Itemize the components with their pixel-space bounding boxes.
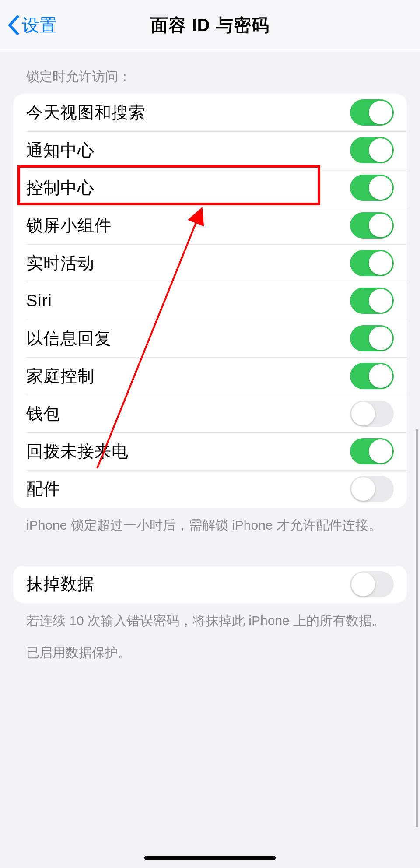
row-today-view[interactable]: 今天视图和搜索 <box>13 94 407 131</box>
switch-erase-data[interactable] <box>350 571 394 597</box>
switch-accessories[interactable] <box>350 476 394 502</box>
row-notification-center[interactable]: 通知中心 <box>13 131 407 169</box>
switch-notification-center[interactable] <box>350 137 394 163</box>
section-header-lock-access: 锁定时允许访问： <box>13 50 407 94</box>
back-label: 设置 <box>22 13 57 37</box>
lock-access-group: 今天视图和搜索 通知中心 控制中心 锁屏小组件 实时活动 Siri 以信息回复 <box>13 94 407 508</box>
section-footer-accessories: iPhone 锁定超过一小时后，需解锁 iPhone 才允许配件连接。 <box>13 508 407 535</box>
section-footer-erase: 若连续 10 次输入错误密码，将抹掉此 iPhone 上的所有数据。 <box>13 603 407 630</box>
row-label: Siri <box>26 292 52 310</box>
chevron-left-icon <box>7 15 20 35</box>
switch-control-center[interactable] <box>350 175 394 201</box>
row-label: 回拨未接来电 <box>26 440 129 463</box>
row-erase-data[interactable]: 抹掉数据 <box>13 566 407 603</box>
row-label: 抹掉数据 <box>26 573 94 595</box>
row-label: 以信息回复 <box>26 327 112 350</box>
page-title: 面容 ID 与密码 <box>150 13 269 37</box>
row-siri[interactable]: Siri <box>13 282 407 320</box>
switch-return-missed[interactable] <box>350 438 394 464</box>
row-return-missed[interactable]: 回拨未接来电 <box>13 432 407 470</box>
switch-today-view[interactable] <box>350 99 394 126</box>
navigation-bar: 设置 面容 ID 与密码 <box>0 0 420 50</box>
row-home-control[interactable]: 家庭控制 <box>13 357 407 395</box>
row-label: 锁屏小组件 <box>26 214 112 237</box>
row-label: 家庭控制 <box>26 365 94 387</box>
switch-live-activities[interactable] <box>350 250 394 276</box>
row-label: 控制中心 <box>26 177 94 199</box>
switch-siri[interactable] <box>350 288 394 314</box>
row-label: 今天视图和搜索 <box>26 102 146 124</box>
row-label: 配件 <box>26 478 60 500</box>
back-button[interactable]: 设置 <box>0 13 57 37</box>
row-reply-message[interactable]: 以信息回复 <box>13 320 407 357</box>
scrollbar[interactable] <box>416 429 418 827</box>
row-label: 通知中心 <box>26 139 94 162</box>
switch-reply-message[interactable] <box>350 325 394 351</box>
row-wallet[interactable]: 钱包 <box>13 395 407 432</box>
row-control-center[interactable]: 控制中心 <box>13 169 407 207</box>
row-label: 实时活动 <box>26 252 94 274</box>
switch-wallet[interactable] <box>350 401 394 427</box>
row-label: 钱包 <box>26 403 60 425</box>
home-indicator[interactable] <box>144 856 276 860</box>
row-live-activities[interactable]: 实时活动 <box>13 244 407 282</box>
switch-home-control[interactable] <box>350 363 394 389</box>
row-accessories[interactable]: 配件 <box>13 470 407 508</box>
section-footer-data-protection: 已启用数据保护。 <box>13 630 407 662</box>
switch-lock-widgets[interactable] <box>350 212 394 239</box>
erase-data-group: 抹掉数据 <box>13 566 407 603</box>
row-lock-widgets[interactable]: 锁屏小组件 <box>13 207 407 244</box>
